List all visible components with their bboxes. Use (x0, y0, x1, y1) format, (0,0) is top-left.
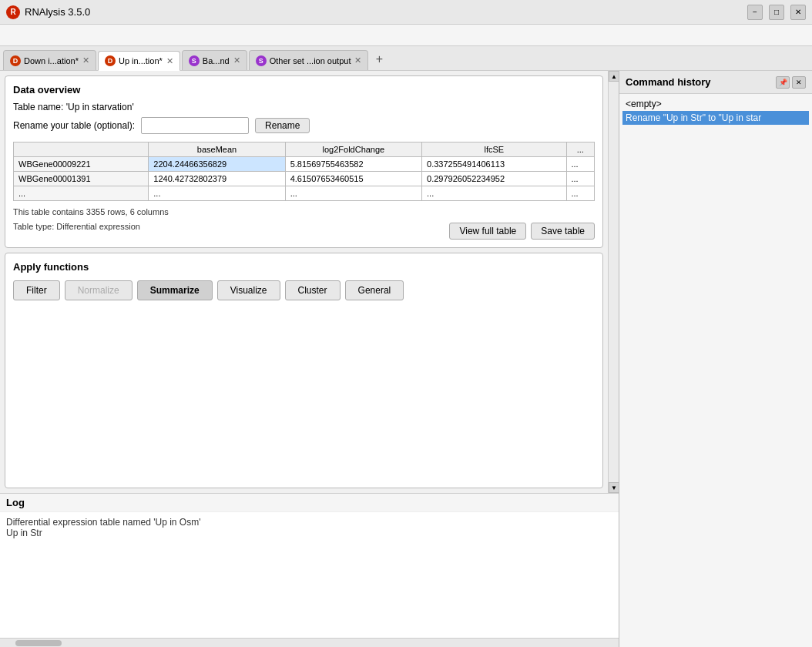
filter-button[interactable]: Filter (13, 280, 60, 300)
cell-basemean-2: 1240.42732802379 (149, 172, 285, 186)
cmd-history-close-button[interactable]: ✕ (792, 76, 806, 89)
log-section: Log Differential expression table named … (0, 493, 619, 647)
visualize-button[interactable]: Visualize (217, 280, 280, 300)
table-row: WBGene00009221 2204.24466356829 5.815697… (14, 157, 595, 172)
cmd-history-pin-button[interactable]: 📌 (776, 76, 790, 89)
rename-button[interactable]: Rename (255, 118, 310, 133)
right-panel: Command history 📌 ✕ <empty> Rename "Up i… (619, 71, 812, 647)
apply-functions-title: Apply functions (13, 261, 595, 273)
table-row: WBGene00001391 1240.42732802379 4.615076… (14, 172, 595, 186)
command-history-header: Command history 📌 ✕ (619, 71, 812, 94)
general-button[interactable]: General (345, 280, 404, 300)
panel-with-scroll: Data overview Table name: 'Up in starvat… (0, 71, 619, 493)
col-header-log2fc: log2FoldChange (285, 142, 421, 157)
table-name-value: 'Up in starvation' (66, 102, 134, 112)
close-button[interactable]: ✕ (790, 5, 806, 20)
table-type-info: Table type: Differential expression (13, 222, 140, 231)
app-title: RNAlysis 3.5.0 (25, 6, 747, 18)
app-icon: R (6, 5, 20, 19)
left-panel: Data overview Table name: 'Up in starvat… (0, 71, 619, 647)
table-name-label: Table name: (13, 102, 63, 112)
rename-row: Rename your table (optional): Rename (13, 117, 595, 134)
command-history-content: <empty> Rename "Up in Str" to "Up in sta… (619, 94, 812, 647)
row-ellipsis-3: ... (422, 186, 566, 201)
tab-icon-4: S (256, 55, 267, 66)
log-scroll-thumb (15, 640, 62, 646)
data-overview-section: Data overview Table name: 'Up in starvat… (5, 75, 603, 248)
minimize-button[interactable]: − (747, 5, 763, 20)
titlebar: R RNAlysis 3.5.0 − □ ✕ (0, 0, 812, 25)
col-header-basemean: baseMean (149, 142, 285, 157)
table-rows-cols-info: This table contains 3355 rows, 6 columns (13, 207, 595, 216)
row-label-2: WBGene00001391 (14, 172, 149, 186)
view-full-table-button[interactable]: View full table (449, 223, 526, 240)
tab-close-3[interactable]: ✕ (233, 55, 240, 65)
log-header: Log (0, 494, 619, 512)
log-line-2: Up in Str (6, 528, 612, 538)
tabbar: D Down i...ation* ✕ D Up in...tion* ✕ S … (0, 46, 812, 71)
cell-lfcse-1: 0.337255491406113 (422, 157, 566, 172)
table-row-ellipsis: ... ... ... ... ... (14, 186, 595, 201)
maximize-button[interactable]: □ (769, 5, 784, 20)
cmd-item-empty[interactable]: <empty> (622, 97, 809, 111)
left-panel-scrollbar: ▲ ▼ (608, 71, 619, 493)
rename-input[interactable] (141, 117, 249, 134)
summarize-button[interactable]: Summarize (137, 280, 213, 300)
tab-icon-3: S (189, 55, 200, 66)
tab-band[interactable]: S Ba...nd ✕ (182, 50, 247, 70)
row-ellipsis-4: ... (566, 186, 595, 201)
scroll-up-arrow[interactable]: ▲ (609, 71, 619, 82)
col-header-empty (14, 142, 149, 157)
tab-up-intion[interactable]: D Up in...tion* ✕ (98, 51, 180, 71)
row-label-1: WBGene00009221 (14, 157, 149, 172)
tab-down-iation[interactable]: D Down i...ation* ✕ (3, 50, 96, 70)
tab-close-2[interactable]: ✕ (166, 56, 173, 66)
table-actions: View full table Save table (449, 223, 595, 240)
save-table-button[interactable]: Save table (531, 223, 595, 240)
cell-log2fc-2: 4.61507653460515 (285, 172, 421, 186)
tab-icon-1: D (10, 55, 21, 66)
col-header-dots: ... (566, 142, 595, 157)
row-ellipsis-1: ... (149, 186, 285, 201)
tab-label-2: Up in...tion* (119, 56, 163, 65)
tab-label-1: Down i...ation* (24, 56, 79, 65)
cell-dots-2: ... (566, 172, 595, 186)
tab-close-4[interactable]: ✕ (354, 55, 361, 65)
rename-label: Rename your table (optional): (13, 120, 135, 131)
cell-basemean-1: 2204.24466356829 (149, 157, 285, 172)
tab-icon-2: D (105, 55, 116, 66)
cmd-item-rename[interactable]: Rename "Up in Str" to "Up in star (622, 111, 809, 125)
normalize-button[interactable]: Normalize (65, 280, 133, 300)
cell-lfcse-2: 0.297926052234952 (422, 172, 566, 186)
window-controls: − □ ✕ (747, 5, 806, 20)
row-ellipsis-label: ... (14, 186, 149, 201)
log-content: Differential expression table named 'Up … (0, 512, 619, 638)
left-content: Data overview Table name: 'Up in starvat… (0, 71, 608, 493)
cell-dots-1: ... (566, 157, 595, 172)
cluster-button[interactable]: Cluster (285, 280, 341, 300)
scroll-down-arrow[interactable]: ▼ (609, 482, 619, 493)
tab-close-1[interactable]: ✕ (82, 55, 89, 65)
cell-log2fc-1: 5.81569755463582 (285, 157, 421, 172)
table-name-row: Table name: 'Up in starvation' (13, 102, 595, 112)
data-table: baseMean log2FoldChange lfcSE ... WBGene… (13, 142, 595, 201)
apply-functions-section: Apply functions Filter Normalize Summari… (5, 253, 603, 488)
command-history-title: Command history (626, 76, 773, 88)
function-buttons: Filter Normalize Summarize Visualize Clu… (13, 280, 595, 300)
tab-label-4: Other set ...ion output (270, 56, 351, 65)
log-line-1: Differential expression table named 'Up … (6, 517, 612, 528)
data-overview-title: Data overview (13, 84, 595, 96)
tab-label-3: Ba...nd (203, 56, 230, 65)
tab-other-set[interactable]: S Other set ...ion output ✕ (249, 50, 369, 70)
main-layout: Data overview Table name: 'Up in starvat… (0, 71, 812, 647)
scroll-track (609, 82, 619, 482)
menubar (0, 25, 812, 46)
add-tab-button[interactable]: + (370, 50, 388, 69)
row-ellipsis-2: ... (285, 186, 421, 201)
col-header-lfcse: lfcSE (422, 142, 566, 157)
log-scrollbar (0, 638, 619, 647)
